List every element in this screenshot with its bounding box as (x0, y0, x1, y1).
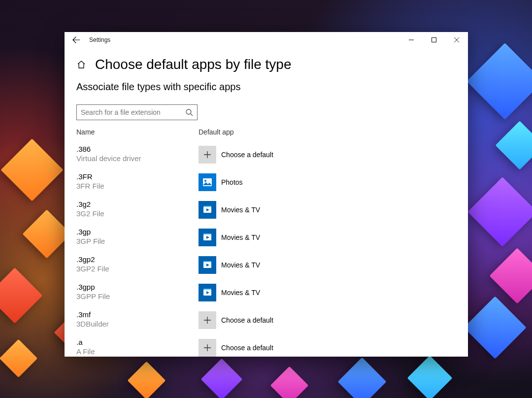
file-type-row: .3FR3FR FilePhotos (76, 168, 456, 196)
default-app-label: Movies & TV (221, 206, 260, 214)
file-type-row: .3gpp3GPP FileMovies & TV (76, 279, 456, 306)
file-type-cell: .3mf3DBuilder (76, 309, 199, 328)
file-extension: .a (76, 338, 199, 346)
default-app-button[interactable]: Choose a default (199, 144, 346, 166)
default-app-button[interactable]: Movies & TV (199, 227, 346, 248)
window-title: Settings (89, 36, 110, 43)
file-type-cell: .386Virtual device driver (76, 144, 199, 163)
settings-window: Settings Choose default apps by file typ… (65, 32, 468, 357)
column-default-app: Default app (199, 128, 456, 136)
file-description: Virtual device driver (76, 154, 199, 163)
svg-point-1 (186, 109, 191, 114)
file-type-cell: .3FR3FR File (76, 171, 199, 190)
default-app-label: Choose a default (221, 316, 273, 324)
svg-rect-9 (203, 261, 211, 262)
page-subheading: Associate file types with specific apps (76, 81, 456, 93)
close-icon (454, 37, 459, 42)
default-app-label: Movies & TV (221, 233, 260, 241)
svg-rect-5 (203, 206, 211, 207)
photos-app-icon (199, 173, 216, 191)
file-description: 3G2 File (76, 209, 199, 218)
plus-icon (199, 146, 216, 164)
search-box[interactable] (76, 104, 198, 120)
default-app-button[interactable]: Movies & TV (199, 199, 346, 221)
default-app-label: Photos (221, 178, 243, 186)
titlebar: Settings (65, 32, 468, 48)
column-name: Name (76, 128, 199, 136)
file-type-cell: .aA File (76, 337, 199, 356)
file-extension: .386 (76, 145, 199, 153)
minimize-icon (409, 37, 414, 42)
default-app-button[interactable]: Movies & TV (199, 282, 346, 303)
arrow-left-icon (72, 36, 80, 44)
file-extension: .3FR (76, 172, 199, 181)
page-header: Choose default apps by file type (65, 48, 468, 77)
file-description: 3GPP File (76, 292, 199, 300)
minimize-button[interactable] (400, 32, 423, 48)
file-extension: .3mf (76, 310, 199, 319)
svg-rect-7 (203, 233, 211, 234)
file-type-row: .386Virtual device driverChoose a defaul… (76, 141, 456, 168)
page-title: Choose default apps by file type (95, 57, 291, 72)
file-description: 3FR File (76, 182, 199, 190)
default-app-button[interactable]: Photos (199, 171, 346, 193)
file-type-row: .3gp23GP2 FileMovies & TV (76, 251, 456, 279)
movies-tv-app-icon (199, 229, 216, 246)
maximize-icon (432, 37, 436, 42)
file-type-cell: .3gp23GP2 File (76, 254, 199, 273)
file-description: 3DBuilder (76, 320, 199, 328)
movies-tv-app-icon (199, 284, 216, 301)
plus-icon (199, 339, 216, 357)
file-type-row: .aA FileChoose a default (76, 334, 456, 357)
file-type-cell: .3gp3GP File (76, 227, 199, 245)
default-app-label: Movies & TV (221, 289, 260, 297)
home-icon[interactable] (76, 60, 86, 69)
search-input[interactable] (81, 108, 185, 116)
file-type-row: .3g23G2 FileMovies & TV (76, 196, 456, 224)
default-app-label: Movies & TV (221, 261, 260, 269)
file-type-list: .386Virtual device driverChoose a defaul… (76, 141, 456, 357)
file-extension: .3gp (76, 228, 199, 236)
svg-rect-11 (203, 289, 211, 290)
back-button[interactable] (65, 32, 88, 48)
search-icon (185, 108, 193, 116)
default-app-button[interactable]: Choose a default (199, 337, 346, 357)
default-app-label: Choose a default (221, 344, 273, 352)
file-type-cell: .3g23G2 File (76, 199, 199, 218)
default-app-button[interactable]: Choose a default (199, 309, 346, 331)
close-button[interactable] (445, 32, 468, 48)
maximize-button[interactable] (423, 32, 445, 48)
default-app-button[interactable]: Movies & TV (199, 254, 346, 276)
content-area: Associate file types with specific apps … (65, 77, 468, 357)
svg-point-3 (204, 180, 206, 182)
file-type-cell: .3gpp3GPP File (76, 282, 199, 300)
svg-rect-0 (432, 38, 436, 42)
default-app-label: Choose a default (221, 151, 273, 159)
file-extension: .3g2 (76, 200, 199, 208)
movies-tv-app-icon (199, 201, 216, 219)
file-extension: .3gpp (76, 283, 199, 291)
movies-tv-app-icon (199, 256, 216, 274)
plus-icon (199, 311, 216, 329)
file-type-row: .3mf3DBuilderChoose a default (76, 306, 456, 334)
column-headers: Name Default app (76, 128, 456, 136)
file-extension: .3gp2 (76, 255, 199, 264)
file-description: 3GP2 File (76, 265, 199, 273)
file-description: A File (76, 347, 199, 356)
file-description: 3GP File (76, 237, 199, 245)
file-type-row: .3gp3GP FileMovies & TV (76, 224, 456, 251)
